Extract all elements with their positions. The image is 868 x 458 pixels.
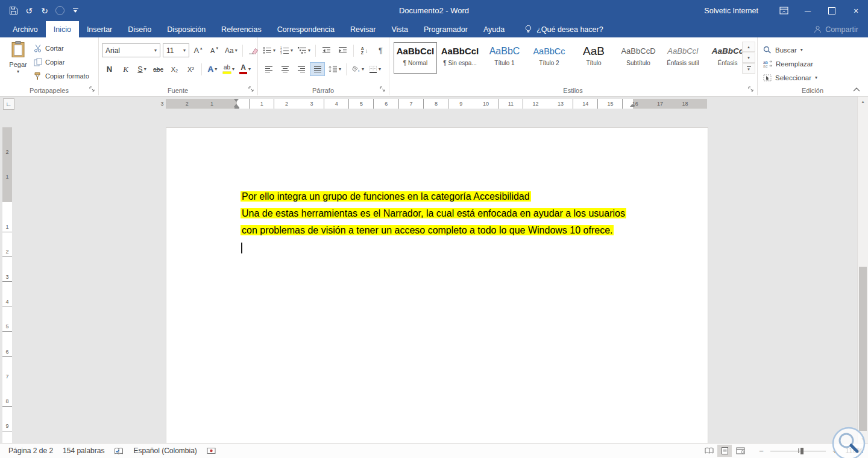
styles-scroll-down-button[interactable]: ▾ [742, 52, 755, 63]
left-indent-marker[interactable] [234, 107, 239, 109]
font-dialog-launcher[interactable] [248, 86, 255, 93]
find-button[interactable]: Buscar ▾ [763, 43, 803, 56]
styles-scroll-up-button[interactable]: ▴ [742, 42, 755, 52]
align-left-button[interactable] [261, 62, 276, 76]
shrink-font-button[interactable]: A▾ [207, 43, 222, 57]
dropdown-arrow-icon[interactable]: ▾ [151, 44, 160, 57]
subscript-button[interactable]: X₂ [167, 62, 182, 76]
shading-button[interactable]: ▾ [350, 62, 366, 76]
first-line-indent-marker[interactable] [234, 99, 239, 102]
vertical-scrollbar[interactable]: ▴ ▾ [857, 97, 868, 444]
tab-diseno[interactable]: Diseño [120, 21, 159, 37]
proofing-status-button[interactable] [114, 447, 124, 455]
copy-button[interactable]: Copiar [34, 57, 89, 67]
dropdown-arrow-icon[interactable]: ▾ [180, 44, 189, 57]
multilevel-list-button[interactable]: ▾ [296, 43, 312, 57]
zoom-percentage[interactable]: 110% [844, 447, 863, 455]
borders-button[interactable]: ▾ [367, 62, 383, 76]
superscript-button[interactable]: X² [183, 62, 198, 76]
redo-button[interactable]: ↻ [37, 3, 52, 19]
paste-button[interactable]: Pegar ▾ [4, 41, 32, 92]
tab-disposicion[interactable]: Disposición [159, 21, 213, 37]
scroll-down-button[interactable]: ▾ [858, 434, 868, 444]
zoom-in-button[interactable]: + [831, 447, 839, 456]
sort-button[interactable]: AZ ↓ [357, 43, 372, 57]
style-titulo-1[interactable]: AaBbC Título 1 [483, 42, 526, 74]
clipboard-dialog-launcher[interactable] [89, 86, 96, 93]
align-right-button[interactable] [294, 62, 309, 76]
select-button[interactable]: Seleccionar ▾ [763, 71, 817, 84]
justify-button[interactable] [310, 62, 325, 76]
font-color-button[interactable]: A ▾ [237, 62, 253, 76]
font-size-combobox[interactable]: 11 ▾ [163, 43, 189, 57]
close-button[interactable]: × [844, 0, 868, 21]
document-line[interactable]: Por ello integra un grupo de funciones e… [241, 188, 626, 205]
document-line[interactable]: con problemas de visión a tener un acces… [241, 222, 626, 239]
web-layout-button[interactable] [733, 445, 747, 457]
font-name-combobox[interactable]: Arial ▾ [102, 43, 160, 57]
styles-more-button[interactable]: ▾ [742, 63, 755, 74]
underline-button[interactable]: S▾ [134, 62, 149, 76]
tab-programador[interactable]: Programador [416, 21, 476, 37]
vruler[interactable]: 21123456789 [2, 112, 12, 444]
ribbon-display-options-button[interactable] [772, 0, 796, 21]
account-name[interactable]: Solvetic Internet [704, 7, 758, 15]
read-mode-button[interactable] [702, 445, 716, 457]
minimize-button[interactable]: ─ [796, 0, 820, 21]
align-center-button[interactable] [277, 62, 292, 76]
word-count[interactable]: 154 palabras [63, 447, 104, 455]
tab-inicio[interactable]: Inicio [46, 21, 79, 37]
tab-referencias[interactable]: Referencias [213, 21, 269, 37]
decrease-indent-button[interactable] [319, 43, 334, 57]
bold-button[interactable]: N [102, 62, 117, 76]
text-effects-button[interactable]: A▾ [205, 62, 220, 76]
grow-font-button[interactable]: A▴ [190, 43, 206, 57]
customize-qat-button[interactable] [68, 3, 83, 19]
tab-vista[interactable]: Vista [383, 21, 416, 37]
zoom-slider-thumb[interactable] [800, 448, 804, 454]
zoom-slider[interactable] [770, 446, 826, 456]
style-enfasis-sutil[interactable]: AaBbCcI Énfasis sutil [661, 42, 705, 74]
style-normal[interactable]: AaBbCcI ¶ Normal [394, 42, 437, 74]
tab-ayuda[interactable]: Ayuda [476, 21, 512, 37]
tab-stop-selector[interactable]: ∟ [3, 98, 14, 110]
save-button[interactable] [6, 3, 20, 19]
show-marks-button[interactable]: ¶ [373, 43, 388, 57]
print-layout-button[interactable] [717, 445, 732, 457]
style-titulo[interactable]: AaB Título [572, 42, 615, 74]
tab-revisar[interactable]: Revisar [342, 21, 383, 37]
zoom-out-button[interactable]: − [757, 447, 766, 456]
tab-archivo[interactable]: Archivo [5, 21, 46, 37]
tellme-box[interactable]: ¿Qué desea hacer? [524, 21, 603, 37]
line-spacing-button[interactable]: ▾ [326, 62, 343, 76]
tab-insertar[interactable]: Insertar [79, 21, 120, 37]
scroll-up-button[interactable]: ▴ [858, 97, 868, 106]
numbering-button[interactable]: 123 ▾ [278, 43, 295, 57]
italic-button[interactable]: K [118, 62, 133, 76]
styles-dialog-launcher[interactable] [748, 86, 755, 93]
change-case-button[interactable]: Aa▾ [223, 43, 239, 57]
bullets-button[interactable]: ▾ [261, 43, 277, 57]
style-subtitulo[interactable]: AaBbCcD Subtítulo [617, 42, 660, 74]
macro-recording-button[interactable] [207, 447, 216, 454]
maximize-button[interactable] [820, 0, 844, 21]
highlight-color-button[interactable]: ab ▾ [221, 62, 236, 76]
document-line[interactable]: Una de estas herramientas es el Narrador… [241, 205, 626, 222]
cut-button[interactable]: Cortar [34, 43, 89, 53]
right-indent-marker[interactable] [630, 104, 635, 107]
share-button[interactable]: Compartir [814, 21, 858, 37]
hruler[interactable]: 321123456789101112131415161718 [166, 99, 707, 109]
page-indicator[interactable]: Página 2 de 2 [8, 447, 53, 455]
undo-button[interactable]: ↺ [22, 3, 36, 19]
increase-indent-button[interactable] [335, 43, 350, 57]
language-indicator[interactable]: Español (Colombia) [133, 447, 197, 455]
strikethrough-button[interactable]: abc [151, 62, 166, 76]
collapse-ribbon-button[interactable] [851, 85, 862, 94]
style-sin-espaciado[interactable]: AaBbCcI ¶ Sin espa... [438, 42, 482, 74]
paragraph-dialog-launcher[interactable] [380, 86, 386, 93]
style-titulo-2[interactable]: AaBbCc Título 2 [527, 42, 571, 74]
tab-correspondencia[interactable]: Correspondencia [269, 21, 342, 37]
scrollbar-thumb[interactable] [859, 267, 867, 431]
format-painter-button[interactable]: Copiar formato [34, 71, 89, 81]
replace-button[interactable]: abac Reemplazar [763, 57, 813, 70]
